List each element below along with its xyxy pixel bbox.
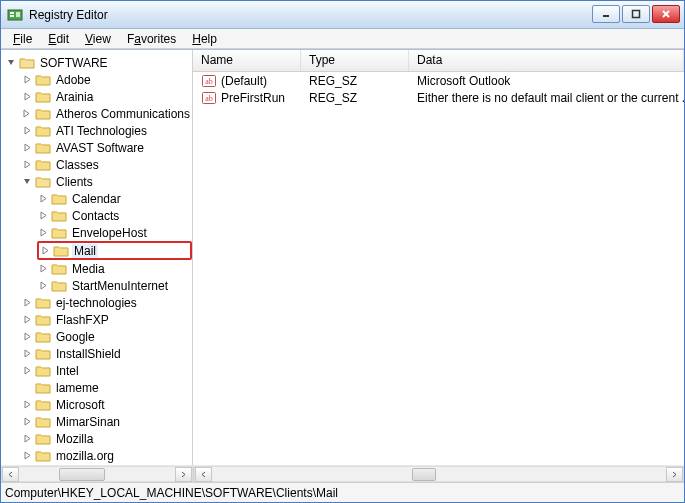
tree-node-label: Clients <box>54 175 95 189</box>
tree-node-label: Calendar <box>70 192 123 206</box>
tree-node[interactable]: Arainia <box>21 88 192 105</box>
tree-node[interactable]: EnvelopeHost <box>37 224 192 241</box>
expander-closed-icon[interactable] <box>21 450 33 462</box>
regedit-icon <box>7 7 23 23</box>
tree-node[interactable]: Intel <box>21 362 192 379</box>
expander-closed-icon[interactable] <box>21 142 33 154</box>
menu-view[interactable]: View <box>77 30 119 48</box>
expander-closed-icon[interactable] <box>21 297 33 309</box>
menu-edit[interactable]: Edit <box>40 30 77 48</box>
expander-closed-icon[interactable] <box>21 416 33 428</box>
svg-rect-1 <box>10 12 14 14</box>
tree-node[interactable]: ATI Technologies <box>21 122 192 139</box>
folder-icon <box>51 279 67 293</box>
maximize-button[interactable] <box>622 5 650 23</box>
expander-closed-icon[interactable] <box>37 227 49 239</box>
tree-node[interactable]: Classes <box>21 156 192 173</box>
tree-node[interactable]: Media <box>37 260 192 277</box>
folder-icon <box>35 313 51 327</box>
tree-node[interactable]: Calendar <box>37 190 192 207</box>
value-data-cell: Microsoft Outlook <box>409 74 684 88</box>
expander-closed-icon[interactable] <box>39 245 51 257</box>
expander-closed-icon[interactable] <box>21 314 33 326</box>
tree-node[interactable]: StartMenuInternet <box>37 277 192 294</box>
scroll-track[interactable] <box>212 468 666 481</box>
tree-hscroll[interactable] <box>1 466 193 482</box>
svg-rect-3 <box>16 12 20 17</box>
registry-tree[interactable]: SOFTWARE Adobe Arainia Atheros Communica… <box>1 54 192 465</box>
close-button[interactable] <box>652 5 680 23</box>
scroll-thumb[interactable] <box>412 468 436 481</box>
folder-icon <box>35 141 51 155</box>
tree-node[interactable]: FlashFXP <box>21 311 192 328</box>
tree-node-label: Contacts <box>70 209 121 223</box>
tree-node[interactable]: Mozilla <box>21 430 192 447</box>
tree-node[interactable]: mozilla.org <box>21 447 192 464</box>
expander-closed-icon[interactable] <box>21 159 33 171</box>
horizontal-scroll-row <box>1 465 684 482</box>
expander-closed-icon[interactable] <box>21 74 33 86</box>
column-header-name[interactable]: Name <box>193 50 301 71</box>
scroll-left-icon[interactable] <box>195 467 212 482</box>
list-hscroll[interactable] <box>194 466 684 482</box>
tree-node-label: Arainia <box>54 90 95 104</box>
list-header: Name Type Data <box>193 50 684 72</box>
column-header-data[interactable]: Data <box>409 50 684 71</box>
expander-closed-icon[interactable] <box>21 108 33 120</box>
tree-node[interactable]: lameme <box>21 379 192 396</box>
column-header-type[interactable]: Type <box>301 50 409 71</box>
scroll-thumb[interactable] <box>59 468 105 481</box>
value-name: PreFirstRun <box>221 91 285 105</box>
tree-node[interactable]: Atheros Communications <box>21 105 192 122</box>
content-area: SOFTWARE Adobe Arainia Atheros Communica… <box>1 49 684 465</box>
list-body[interactable]: ab(Default)REG_SZMicrosoft OutlookabPreF… <box>193 72 684 465</box>
expander-closed-icon[interactable] <box>21 399 33 411</box>
tree-node[interactable]: Clients <box>21 173 192 190</box>
expander-closed-icon[interactable] <box>21 91 33 103</box>
expander-closed-icon[interactable] <box>21 433 33 445</box>
tree-node[interactable]: MimarSinan <box>21 413 192 430</box>
tree-node-label: Intel <box>54 364 81 378</box>
window-buttons <box>592 5 682 25</box>
scroll-right-icon[interactable] <box>175 467 192 482</box>
folder-icon <box>35 347 51 361</box>
scroll-track[interactable] <box>19 468 175 481</box>
folder-icon <box>35 124 51 138</box>
menu-favorites[interactable]: Favorites <box>119 30 184 48</box>
folder-icon <box>51 192 67 206</box>
string-value-icon: ab <box>201 73 217 89</box>
tree-node[interactable]: Adobe <box>21 71 192 88</box>
value-type-cell: REG_SZ <box>301 91 409 105</box>
list-row[interactable]: ab(Default)REG_SZMicrosoft Outlook <box>193 72 684 89</box>
expander-open-icon[interactable] <box>5 57 17 69</box>
tree-node[interactable]: Mail <box>37 241 192 260</box>
expander-closed-icon[interactable] <box>37 193 49 205</box>
tree-node[interactable]: Contacts <box>37 207 192 224</box>
expander-open-icon[interactable] <box>21 176 33 188</box>
status-path: Computer\HKEY_LOCAL_MACHINE\SOFTWARE\Cli… <box>5 486 338 500</box>
tree-node[interactable]: Microsoft <box>21 396 192 413</box>
expander-closed-icon[interactable] <box>21 125 33 137</box>
tree-node[interactable]: InstallShield <box>21 345 192 362</box>
expander-closed-icon[interactable] <box>21 348 33 360</box>
tree-node[interactable]: Google <box>21 328 192 345</box>
expander-closed-icon[interactable] <box>37 280 49 292</box>
tree-pane[interactable]: SOFTWARE Adobe Arainia Atheros Communica… <box>1 50 193 465</box>
menu-help[interactable]: Help <box>184 30 225 48</box>
svg-rect-2 <box>10 15 14 17</box>
expander-closed-icon[interactable] <box>21 331 33 343</box>
folder-icon <box>35 296 51 310</box>
scroll-left-icon[interactable] <box>2 467 19 482</box>
tree-node[interactable]: ej-technologies <box>21 294 192 311</box>
menu-file[interactable]: File <box>5 30 40 48</box>
scroll-right-icon[interactable] <box>666 467 683 482</box>
minimize-button[interactable] <box>592 5 620 23</box>
tree-node[interactable]: SOFTWARE <box>5 54 192 71</box>
expander-closed-icon[interactable] <box>37 210 49 222</box>
tree-node[interactable]: AVAST Software <box>21 139 192 156</box>
expander-closed-icon[interactable] <box>37 263 49 275</box>
list-row[interactable]: abPreFirstRunREG_SZEither there is no de… <box>193 89 684 106</box>
expander-closed-icon[interactable] <box>21 365 33 377</box>
folder-icon <box>35 398 51 412</box>
tree-node[interactable]: MozillaPlugins <box>21 464 192 465</box>
